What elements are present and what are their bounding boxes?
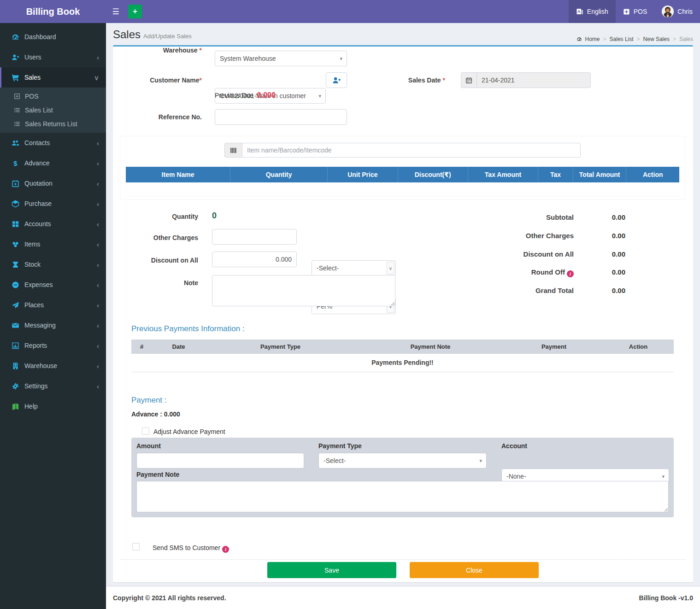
- sales-submenu: POS Sales List Sales Returns List: [0, 88, 106, 133]
- hourglass-icon: [12, 261, 19, 269]
- envelope-icon: [12, 322, 19, 329]
- previous-due: Previous Due :0.000: [215, 91, 276, 100]
- users-icon: [12, 139, 19, 147]
- barcode-icon: [224, 143, 242, 158]
- note-textarea[interactable]: [212, 275, 395, 306]
- chevron-down-icon: ▾: [318, 93, 321, 99]
- chevron-down-icon: ▾: [479, 458, 482, 464]
- col-discount: Discount(₹): [398, 167, 468, 182]
- circles-icon: [12, 240, 19, 248]
- col-payment: Payment: [505, 340, 603, 354]
- sidebar-item-expenses[interactable]: Expenses ‹: [0, 275, 106, 295]
- payment-note-textarea[interactable]: [136, 481, 669, 512]
- calendar-icon[interactable]: [461, 72, 476, 88]
- pos-menu[interactable]: POS: [616, 0, 655, 23]
- sidebar-item-quotation[interactable]: Quotation ‹: [0, 173, 106, 193]
- language-menu[interactable]: English: [569, 0, 616, 23]
- add-customer-button[interactable]: [326, 72, 347, 88]
- sidebar-item-reports[interactable]: Reports ‹: [0, 335, 106, 356]
- sidebar-item-purchase[interactable]: Purchase ‹: [0, 193, 106, 214]
- col-action: Action: [603, 340, 674, 354]
- sidebar-subitem-pos[interactable]: POS: [0, 89, 106, 103]
- warehouse-select[interactable]: System Warehouse ▾: [215, 51, 347, 66]
- user-menu[interactable]: Chris: [654, 0, 700, 23]
- main-content: SalesAdd/Update Sales Home > Sales List …: [106, 23, 700, 609]
- quick-add-button[interactable]: +: [128, 5, 142, 18]
- quantity-value: 0: [212, 211, 217, 221]
- round-off-value: 0.00: [583, 268, 625, 276]
- divider: [120, 559, 685, 560]
- amount-input[interactable]: [136, 453, 304, 468]
- breadcrumb-home[interactable]: Home: [585, 36, 600, 42]
- send-sms-checkbox[interactable]: [132, 543, 140, 550]
- chevron-left-icon: ‹: [97, 241, 99, 248]
- sidebar-item-messaging[interactable]: Messaging ‹: [0, 315, 106, 335]
- page-title: SalesAdd/Update Sales: [113, 29, 192, 45]
- sidebar-item-users[interactable]: Users ‹: [0, 47, 106, 67]
- app-logo[interactable]: Billing Book: [0, 0, 106, 23]
- sidebar-item-help[interactable]: Help: [0, 396, 106, 416]
- sidebar-subitem-sales-list[interactable]: Sales List: [0, 103, 106, 117]
- chevron-left-icon: ‹: [97, 180, 99, 187]
- account-label: Account: [501, 442, 527, 450]
- items-table: Item Name Quantity Unit Price Discount(₹…: [126, 167, 679, 196]
- other-charges-select[interactable]: -Select- ∨: [312, 260, 396, 276]
- sidebar-item-warehouse[interactable]: Warehouse ‹: [0, 356, 106, 376]
- sidebar-item-items[interactable]: Items ‹: [0, 234, 106, 254]
- info-icon[interactable]: i: [222, 546, 229, 553]
- chevron-left-icon: ‹: [97, 54, 99, 61]
- sidebar-subitem-sales-returns-list[interactable]: Sales Returns List: [0, 117, 106, 131]
- sidebar-item-settings[interactable]: Settings ‹: [0, 376, 106, 396]
- subitem-label: POS: [25, 93, 39, 100]
- sales-date-label: Sales Date *: [353, 76, 445, 84]
- required-asterisk: *: [200, 76, 202, 84]
- sidebar-item-contacts[interactable]: Contacts ‹: [0, 133, 106, 153]
- sidebar-item-label: Purchase: [24, 200, 52, 207]
- col-date: Date: [152, 340, 205, 354]
- sidebar-item-label: Messaging: [24, 322, 56, 329]
- subitem-label: Sales List: [25, 106, 53, 114]
- payment-type-select[interactable]: -Select- ▾: [318, 453, 487, 468]
- sidebar-item-places[interactable]: Places ‹: [0, 295, 106, 315]
- chevron-left-icon: ‹: [97, 281, 99, 288]
- previous-due-label: Previous Due :: [215, 92, 257, 99]
- paper-plane-icon: [12, 301, 19, 309]
- sidebar-item-label: Accounts: [24, 220, 51, 228]
- col-hash: #: [131, 340, 152, 354]
- col-tax-amount: Tax Amount: [468, 167, 538, 182]
- sidebar: Dashboard Users ‹ Sales ∨ POS Sales Lis: [0, 23, 106, 609]
- close-button[interactable]: Close: [410, 562, 539, 578]
- adjust-advance-checkbox[interactable]: [142, 427, 149, 435]
- sidebar-toggle-button[interactable]: ☰: [106, 0, 125, 23]
- other-charges-input[interactable]: [212, 229, 297, 245]
- item-search-input[interactable]: [242, 143, 581, 158]
- sidebar-item-accounts[interactable]: Accounts ‹: [0, 214, 106, 234]
- payments-pending-message: Payments Pending!!: [131, 354, 674, 372]
- save-button[interactable]: Save: [267, 562, 396, 578]
- breadcrumb-new-sales[interactable]: New Sales: [643, 36, 670, 42]
- items-table-empty-body: [126, 182, 679, 196]
- discount-on-all-input[interactable]: [212, 252, 297, 267]
- breadcrumb-sales-list[interactable]: Sales List: [610, 36, 634, 42]
- chevron-left-icon: ‹: [97, 363, 99, 369]
- sidebar-item-sales[interactable]: Sales ∨: [0, 67, 106, 88]
- required-asterisk: *: [443, 76, 445, 84]
- reference-input[interactable]: [215, 109, 347, 125]
- sales-date-input[interactable]: [476, 72, 591, 88]
- gears-icon: [12, 382, 19, 390]
- pos-label: POS: [634, 8, 647, 15]
- bar-chart-icon: [12, 342, 19, 350]
- sidebar-item-advance[interactable]: Advance ‹: [0, 153, 106, 173]
- content-header: SalesAdd/Update Sales Home > Sales List …: [106, 23, 700, 45]
- user-name: Chris: [677, 8, 693, 15]
- warehouse-label: Warehouse *: [113, 47, 202, 54]
- previous-payments-table: # Date Payment Type Payment Note Payment…: [131, 340, 674, 372]
- sidebar-item-label: Sales: [24, 74, 41, 81]
- chevron-down-icon: ▾: [662, 474, 665, 480]
- sidebar-item-stock[interactable]: Stock ‹: [0, 254, 106, 275]
- cube-icon: [12, 200, 19, 208]
- sidebar-item-dashboard[interactable]: Dashboard: [0, 27, 106, 47]
- other-charges-total-value: 0.00: [583, 232, 625, 240]
- info-icon[interactable]: i: [567, 270, 574, 277]
- chevron-left-icon: ‹: [97, 342, 99, 349]
